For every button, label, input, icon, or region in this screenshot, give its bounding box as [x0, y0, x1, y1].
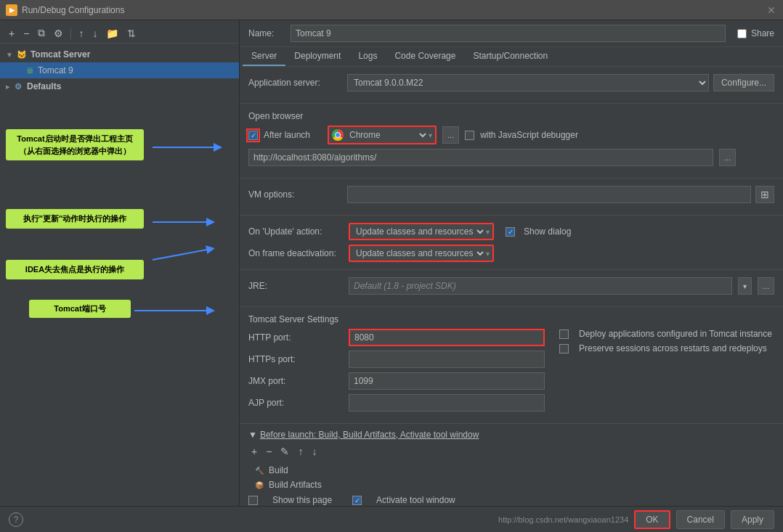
tomcat9-label: Tomcat 9	[38, 65, 73, 75]
http-port-input[interactable]	[349, 329, 545, 346]
show-this-page-label: Show this page	[272, 495, 332, 505]
after-launch-checkbox[interactable]: ✓	[248, 131, 258, 140]
defaults-label: Defaults	[27, 81, 61, 91]
vm-options-input[interactable]	[347, 186, 751, 203]
bl-add-button[interactable]: +	[248, 444, 260, 459]
name-row: Name: Share	[240, 20, 783, 47]
js-debugger-checkbox[interactable]	[465, 131, 474, 140]
configure-button[interactable]: Configure...	[713, 74, 774, 91]
browser-ellipsis-button[interactable]: ...	[442, 126, 459, 144]
tab-code-coverage[interactable]: Code Coverage	[386, 47, 464, 66]
ajp-port-input[interactable]	[349, 394, 545, 412]
after-launch-row: ✓ After launch Chrome ▾ ... with Java	[248, 126, 774, 144]
vm-expand-button[interactable]: ⊞	[755, 186, 774, 203]
jre-ellipsis-button[interactable]: ...	[758, 277, 774, 295]
update-chevron: ▾	[486, 228, 490, 236]
bl-build-item: 🔨 Build	[248, 463, 774, 478]
on-update-section: On 'Update' action: Update classes and r…	[240, 216, 783, 270]
show-this-page-checkbox[interactable]	[248, 496, 258, 505]
config-tree: ▼ 🐱 Tomcat Server 🖥 Tomcat 9 ▸ ⚙ Default…	[0, 44, 239, 97]
tomcat-settings-columns: HTTP port: HTTPs port: JMX port:	[248, 329, 774, 416]
tomcat9-icon: 🖥	[23, 65, 35, 76]
jre-section: JRE: ▾ ...	[240, 270, 783, 307]
deploy-checkbox-row: Deploy applications configured in Tomcat…	[559, 329, 774, 339]
tomcat-group-icon: 🐱	[16, 49, 28, 60]
jmx-port-input[interactable]	[349, 372, 545, 390]
share-checkbox[interactable]	[737, 29, 747, 38]
ok-button[interactable]: OK	[634, 510, 670, 529]
tab-startup-connection[interactable]: Startup/Connection	[464, 47, 556, 66]
before-launch-expand[interactable]: ▼	[248, 430, 257, 440]
frame-action-select[interactable]: Update classes and resources	[353, 247, 486, 259]
show-row: Show this page ✓ Activate tool window	[248, 495, 774, 505]
preserve-checkbox[interactable]	[559, 344, 569, 353]
chrome-icon	[332, 129, 344, 141]
bl-up-button[interactable]: ↑	[295, 444, 306, 459]
close-button[interactable]: ✕	[766, 4, 777, 16]
share-row: Share	[737, 28, 774, 38]
on-update-label: On 'Update' action:	[248, 226, 343, 237]
before-launch-section: ▼ Before launch: Build, Build Artifacts,…	[240, 424, 783, 506]
http-port-label: HTTP port:	[248, 332, 343, 343]
cancel-button[interactable]: Cancel	[676, 510, 725, 529]
open-browser-section: Open browser ✓ After launch Chrome ▾ ..	[240, 104, 783, 179]
folder-button[interactable]: 📁	[103, 26, 121, 41]
annotation-update: 执行"更新"动作时执行的操作	[6, 209, 144, 229]
help-button[interactable]: ?	[9, 512, 23, 527]
frame-action-select-wrap: Update classes and resources ▾	[349, 245, 494, 262]
jre-input[interactable]	[349, 277, 732, 295]
tomcat-ports-left: HTTP port: HTTPs port: JMX port:	[248, 329, 545, 416]
defaults-group[interactable]: ▸ ⚙ Defaults	[0, 78, 239, 94]
url-row: ...	[248, 149, 774, 166]
tomcat-server-group[interactable]: ▼ 🐱 Tomcat Server	[0, 46, 239, 62]
move-down-button[interactable]: ↓	[89, 26, 100, 41]
tab-deployment[interactable]: Deployment	[285, 47, 349, 66]
group-expand-arrow: ▼	[6, 51, 13, 59]
app-server-label: Application server:	[248, 78, 343, 88]
update-action-select[interactable]: Update classes and resources	[353, 226, 486, 237]
activate-tool-window-checkbox[interactable]: ✓	[352, 496, 362, 505]
move-up-button[interactable]: ↑	[76, 26, 86, 41]
on-frame-row: On frame deactivation: Update classes an…	[248, 245, 774, 262]
url-ellipsis-button[interactable]: ...	[719, 149, 736, 166]
app-server-section: Application server: Tomcat 9.0.0.M22 Con…	[240, 67, 783, 104]
share-label: Share	[751, 28, 774, 38]
tab-logs[interactable]: Logs	[349, 47, 386, 66]
on-frame-label: On frame deactivation:	[248, 248, 343, 258]
apply-button[interactable]: Apply	[731, 510, 774, 529]
preserve-checkbox-row: Preserve sessions across restarts and re…	[559, 343, 774, 353]
bl-artifacts-item: 📦 Build Artifacts	[248, 478, 774, 492]
ajp-port-row: AJP port:	[248, 394, 545, 412]
remove-config-button[interactable]: −	[20, 26, 32, 41]
show-dialog-checkbox[interactable]: ✓	[506, 227, 515, 237]
https-port-input[interactable]	[349, 351, 545, 368]
preserve-label: Preserve sessions across restarts and re…	[579, 343, 767, 353]
on-update-row: On 'Update' action: Update classes and r…	[248, 223, 774, 240]
sort-button[interactable]: ⇅	[124, 26, 139, 41]
bl-remove-button[interactable]: −	[263, 444, 275, 459]
app-server-select[interactable]: Tomcat 9.0.0.M22	[347, 74, 709, 91]
tomcat9-item[interactable]: 🖥 Tomcat 9	[0, 62, 239, 78]
bl-edit-button[interactable]: ✎	[277, 444, 292, 459]
vm-options-row: VM options: ⊞	[248, 186, 774, 203]
tab-server[interactable]: Server	[243, 47, 285, 66]
browser-chevron: ▾	[429, 131, 432, 139]
name-field-label: Name:	[248, 28, 285, 38]
annotation-browser: Tomcat启动时是否弹出工程主页（从右面选择的浏览器中弹出）	[6, 129, 144, 160]
after-launch-label: After launch	[264, 130, 322, 140]
before-launch-label: Before launch: Build, Build Artifacts, A…	[260, 430, 479, 440]
name-input[interactable]	[291, 25, 726, 42]
before-launch-toolbar: + − ✎ ↑ ↓	[248, 444, 774, 459]
bottom-bar: ? http://blog.csdn.net/wangxiaoan1234 OK…	[0, 506, 783, 532]
artifacts-icon: 📦	[254, 480, 264, 490]
add-config-button[interactable]: +	[6, 26, 17, 41]
url-input[interactable]	[248, 149, 713, 166]
vm-options-section: VM options: ⊞	[240, 179, 783, 216]
bl-down-button[interactable]: ↓	[309, 444, 320, 459]
browser-select[interactable]: Chrome	[346, 129, 429, 141]
copy-config-button[interactable]: ⧉	[35, 25, 48, 41]
jre-dropdown-button[interactable]: ▾	[738, 277, 752, 295]
deploy-checkbox[interactable]	[559, 330, 569, 339]
tomcat-settings-label: Tomcat Server Settings	[248, 314, 774, 324]
config-settings-button[interactable]: ⚙	[51, 26, 66, 41]
